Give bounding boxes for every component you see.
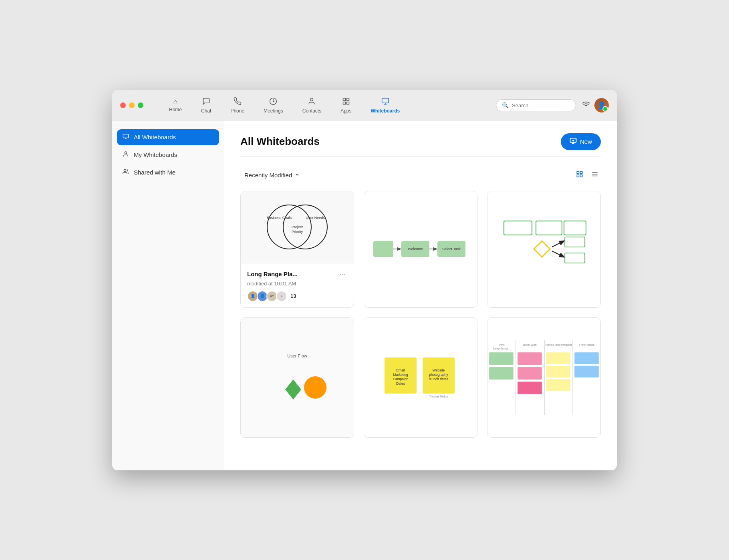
svg-text:User Needs: User Needs bbox=[306, 216, 325, 220]
svg-rect-20 bbox=[577, 171, 579, 173]
grid-view-button[interactable] bbox=[574, 169, 586, 181]
svg-point-13 bbox=[125, 152, 127, 154]
card-user-flows[interactable]: Welcome Select Task User Flows ··· modif… bbox=[364, 191, 477, 308]
avatar[interactable]: 👤 bbox=[594, 98, 609, 112]
svg-marker-49 bbox=[285, 379, 301, 399]
whiteboard-grid: Business Goals User Needs Project Priori… bbox=[240, 191, 601, 438]
nav-avatar-area: 👤 bbox=[582, 98, 609, 112]
svg-rect-70 bbox=[518, 367, 542, 379]
svg-text:Select Task: Select Task bbox=[442, 247, 461, 251]
avatar-count: 13 bbox=[290, 293, 296, 299]
svg-text:Dates: Dates bbox=[396, 381, 405, 385]
svg-text:Email: Email bbox=[396, 368, 405, 372]
traffic-lights bbox=[120, 102, 143, 108]
svg-rect-5 bbox=[346, 102, 349, 104]
svg-rect-33 bbox=[373, 241, 393, 257]
nav-chat-label: Chat bbox=[201, 108, 211, 114]
card-info: Long Range Pla... ··· modified at 10:01 … bbox=[241, 263, 354, 307]
card-info: Retro Q1 2021 ··· modified May 24 11:05 … bbox=[487, 438, 600, 438]
wifi-icon[interactable] bbox=[582, 100, 590, 111]
filter-dropdown[interactable]: Recently Modified bbox=[240, 169, 304, 181]
svg-line-45 bbox=[552, 251, 564, 257]
card-more-button[interactable]: ··· bbox=[338, 269, 347, 279]
nav-phone-label: Phone bbox=[230, 108, 244, 114]
nav-apps[interactable]: Apps bbox=[331, 96, 361, 115]
list-view-button[interactable] bbox=[589, 169, 601, 181]
sidebar-item-all-whiteboards[interactable]: All Whiteboards bbox=[117, 129, 219, 145]
svg-text:Priority: Priority bbox=[292, 230, 303, 234]
nav-phone[interactable]: Phone bbox=[221, 96, 254, 115]
contacts-icon bbox=[308, 97, 316, 106]
card-preview-info-arch: Email Marketing Campaign Dates Website p… bbox=[364, 318, 477, 438]
sidebar-item-shared-with-me[interactable]: Shared with Me bbox=[117, 165, 219, 181]
nav-home-label: Home bbox=[169, 107, 182, 112]
card-journey-map[interactable]: Journey Map ··· modified Yesterday 10...… bbox=[487, 191, 601, 308]
nav-chat[interactable]: Chat bbox=[191, 96, 221, 115]
svg-text:Welcome: Welcome bbox=[408, 247, 423, 251]
svg-rect-75 bbox=[574, 365, 599, 377]
svg-rect-41 bbox=[536, 221, 562, 235]
card-preview-flows: Welcome Select Task bbox=[364, 191, 477, 307]
nav-whiteboards[interactable]: Whiteboards bbox=[361, 96, 410, 115]
svg-rect-22 bbox=[577, 175, 579, 177]
close-button[interactable] bbox=[120, 102, 126, 108]
search-input[interactable] bbox=[512, 102, 570, 108]
my-whiteboards-icon bbox=[123, 151, 129, 159]
search-bar[interactable]: 🔍 bbox=[496, 99, 576, 111]
nav-contacts[interactable]: Contacts bbox=[293, 96, 331, 115]
card-info-architecture[interactable]: Email Marketing Campaign Dates Website p… bbox=[364, 317, 477, 438]
view-toggles bbox=[574, 169, 601, 181]
new-button-label: New bbox=[580, 138, 592, 145]
svg-text:Marketing: Marketing bbox=[393, 373, 408, 377]
svg-text:photography: photography bbox=[429, 373, 448, 377]
svg-text:Thomas Fallon: Thomas Fallon bbox=[429, 395, 448, 398]
maximize-button[interactable] bbox=[138, 102, 143, 108]
card-retro-q1-2021[interactable]: I will keep doing... Didn't work Needs I… bbox=[487, 317, 601, 438]
sidebar-label-all: All Whiteboards bbox=[134, 134, 176, 141]
svg-rect-47 bbox=[565, 253, 585, 263]
svg-text:Didn't work: Didn't work bbox=[523, 343, 538, 346]
svg-text:keep doing...: keep doing... bbox=[493, 347, 510, 350]
sidebar: All Whiteboards My Whiteboards Shared wi… bbox=[112, 121, 224, 470]
svg-line-44 bbox=[552, 241, 564, 247]
svg-rect-4 bbox=[343, 102, 345, 104]
search-icon: 🔍 bbox=[502, 102, 509, 108]
svg-text:launch dates: launch dates bbox=[429, 377, 448, 381]
svg-rect-76 bbox=[546, 352, 570, 364]
chevron-down-icon bbox=[294, 172, 300, 179]
card-info: Info Architecture ··· modified Jun 17 4:… bbox=[364, 438, 477, 438]
svg-rect-42 bbox=[564, 221, 586, 235]
card-preview-retro: I will keep doing... Didn't work Needs I… bbox=[487, 318, 600, 438]
minimize-button[interactable] bbox=[129, 102, 135, 108]
sidebar-item-my-whiteboards[interactable]: My Whiteboards bbox=[117, 147, 219, 163]
sidebar-label-my: My Whiteboards bbox=[134, 151, 177, 158]
filter-row: Recently Modified bbox=[240, 169, 601, 181]
card-avatars: 👤 👤 AY ≡ 13 bbox=[247, 291, 347, 302]
shared-icon bbox=[123, 169, 129, 177]
svg-rect-6 bbox=[382, 98, 389, 103]
chat-icon bbox=[202, 97, 210, 106]
card-preview-venn: Business Goals User Needs Project Priori… bbox=[241, 191, 354, 263]
svg-text:Project: Project bbox=[292, 225, 303, 229]
meetings-icon bbox=[269, 97, 277, 106]
app-window: ⌂ Home Chat Phone Meetings bbox=[112, 90, 617, 470]
card-info: Journey Map ··· modified Yesterday 10...… bbox=[487, 307, 600, 308]
nav-home[interactable]: ⌂ Home bbox=[159, 96, 191, 114]
card-long-range-plan[interactable]: Business Goals User Needs Project Priori… bbox=[240, 191, 354, 308]
svg-rect-2 bbox=[343, 98, 345, 100]
main-nav: ⌂ Home Chat Phone Meetings bbox=[159, 96, 609, 115]
card-preview-journey bbox=[487, 191, 600, 307]
svg-rect-40 bbox=[504, 221, 532, 235]
nav-contacts-label: Contacts bbox=[302, 108, 321, 114]
new-button[interactable]: New bbox=[561, 133, 601, 150]
card-brainstorm-q2[interactable]: User Flow Brainstorm Q2 ··· modified Tu bbox=[240, 317, 354, 438]
nav-meetings[interactable]: Meetings bbox=[254, 96, 293, 115]
svg-text:Business Goals: Business Goals bbox=[267, 216, 292, 220]
svg-rect-73 bbox=[489, 367, 514, 379]
svg-text:Website: Website bbox=[433, 368, 445, 372]
home-icon: ⌂ bbox=[173, 98, 178, 105]
svg-rect-74 bbox=[574, 352, 599, 364]
card-info: Brainstorm Q2 ··· modified Tue 5:45 PM 👤… bbox=[241, 438, 354, 438]
svg-point-50 bbox=[304, 376, 326, 399]
filter-label: Recently Modified bbox=[244, 172, 292, 179]
